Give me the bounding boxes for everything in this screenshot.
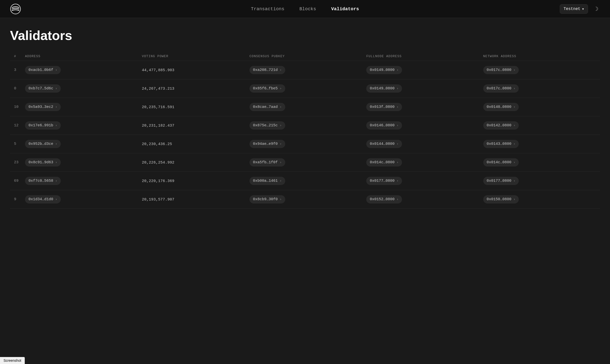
fullnode-address-badge[interactable]: 0x014c…0800 › (366, 158, 402, 167)
cell-consensus-pubkey: 0xb00a…1461 › (250, 172, 366, 190)
fullnode-address-badge[interactable]: 0x0177…0800 › (366, 177, 402, 185)
logo[interactable] (10, 3, 21, 14)
cell-network-address: 0x0150…0800 › (483, 190, 600, 209)
table-row: 23 0x8c91…9d63 › 20,226,254.992 0xa5fb…1… (10, 153, 600, 172)
cell-address: 0x17e6…991b › (25, 116, 142, 135)
cell-fullnode-address: 0x013f…0800 › (366, 98, 483, 116)
voting-power-value: 44,477,885.903 (142, 68, 174, 72)
network-selector[interactable]: Testnet ▾ (560, 4, 588, 14)
chevron-right-icon: › (396, 179, 398, 183)
cell-index: 23 (10, 153, 25, 172)
consensus-pubkey-text: 0x85f6…fbe5 (253, 86, 278, 91)
address-badge[interactable]: 0xacb1…0b6f › (25, 66, 61, 74)
consensus-pubkey-badge[interactable]: 0x8cae…7aad › (250, 103, 285, 111)
network-address-text: 0x0177…0800 (487, 179, 512, 183)
theme-toggle-button[interactable]: ☽ (592, 4, 600, 14)
address-text: 0xf7c0…5658 (28, 179, 53, 183)
consensus-pubkey-text: 0x875e…215c (253, 123, 278, 128)
address-text: 0xb7c7…5d6c (28, 86, 53, 91)
fullnode-address-badge[interactable]: 0x0144…0800 › (366, 140, 402, 148)
cell-consensus-pubkey: 0x8cb9…30f0 › (250, 190, 366, 209)
address-badge[interactable]: 0x952b…d3ce › (25, 140, 61, 148)
chevron-right-icon: › (514, 161, 516, 164)
chevron-right-icon: › (514, 179, 516, 183)
consensus-pubkey-text: 0xa5fb…1f0f (253, 160, 278, 165)
consensus-pubkey-text: 0x8cae…7aad (253, 105, 278, 109)
chevron-right-icon: › (55, 142, 57, 146)
cell-fullnode-address: 0x0152…0800 › (366, 190, 483, 209)
fullnode-address-text: 0x0152…0800 (370, 197, 394, 201)
voting-power-value: 24,267,473.213 (142, 87, 174, 91)
cell-fullnode-address: 0x0149…0800 › (366, 61, 483, 79)
network-address-badge[interactable]: 0x017c…0800 › (483, 84, 519, 93)
chevron-right-icon: › (396, 105, 398, 109)
address-badge[interactable]: 0xf7c0…5658 › (25, 177, 61, 185)
nav-transactions[interactable]: Transactions (251, 6, 284, 11)
network-address-badge[interactable]: 0x014c…0800 › (483, 158, 519, 167)
chevron-right-icon: › (55, 68, 57, 72)
cell-network-address: 0x014c…0800 › (483, 153, 600, 172)
consensus-pubkey-badge[interactable]: 0xa5fb…1f0f › (250, 158, 285, 167)
col-header-voting-power: VOTING POWER (142, 52, 249, 61)
consensus-pubkey-badge[interactable]: 0x85f6…fbe5 › (250, 84, 285, 93)
cell-consensus-pubkey: 0x85f6…fbe5 › (250, 79, 366, 98)
col-header-network-address: NETWORK ADDRESS (483, 52, 600, 61)
fullnode-address-text: 0x0149…0800 (370, 86, 394, 91)
consensus-pubkey-badge[interactable]: 0x8cb9…30f0 › (250, 195, 285, 203)
network-address-badge[interactable]: 0x0142…0800 › (483, 121, 519, 130)
chevron-right-icon: › (514, 105, 516, 109)
cell-address: 0x952b…d3ce › (25, 135, 142, 153)
consensus-pubkey-badge[interactable]: 0x875e…215c › (250, 121, 285, 130)
address-badge[interactable]: 0x1d34…d1d0 › (25, 195, 61, 203)
fullnode-address-badge[interactable]: 0x0146…0800 › (366, 121, 402, 130)
network-address-text: 0x0143…0800 (487, 142, 512, 146)
chevron-right-icon: › (514, 68, 516, 72)
address-text: 0x952b…d3ce (28, 142, 53, 146)
chevron-right-icon: › (280, 87, 282, 90)
fullnode-address-text: 0x0146…0800 (370, 123, 394, 128)
cell-fullnode-address: 0x0144…0800 › (366, 135, 483, 153)
chevron-right-icon: › (280, 179, 282, 183)
fullnode-address-badge[interactable]: 0x0152…0800 › (366, 195, 402, 203)
table-row: 9 0x1d34…d1d0 › 20,193,577.907 0x8cb9…30… (10, 190, 600, 209)
network-address-badge[interactable]: 0x0140…0800 › (483, 103, 519, 111)
address-badge[interactable]: 0x17e6…991b › (25, 121, 61, 130)
cell-address: 0xacb1…0b6f › (25, 61, 142, 79)
cell-consensus-pubkey: 0x8cae…7aad › (250, 98, 366, 116)
address-badge[interactable]: 0xb7c7…5d6c › (25, 84, 61, 93)
consensus-pubkey-badge[interactable]: 0x94ae…e9f0 › (250, 140, 285, 148)
cell-consensus-pubkey: 0x875e…215c › (250, 116, 366, 135)
fullnode-address-text: 0x014c…0800 (370, 160, 394, 165)
network-address-badge[interactable]: 0x0150…0800 › (483, 195, 519, 203)
nav-links: Transactions Blocks Validators (251, 6, 359, 11)
cell-consensus-pubkey: 0x94ae…e9f0 › (250, 135, 366, 153)
screenshot-label: Screenshot (0, 357, 25, 364)
fullnode-address-badge[interactable]: 0x0149…0800 › (366, 66, 402, 74)
table-row: 12 0x17e6…991b › 20,231,182.437 0x875e…2… (10, 116, 600, 135)
network-address-badge[interactable]: 0x017c…0800 › (483, 66, 519, 74)
address-badge[interactable]: 0x5a93…3ec2 › (25, 103, 61, 111)
chevron-right-icon: › (396, 142, 398, 146)
nav-blocks[interactable]: Blocks (300, 6, 316, 11)
cell-network-address: 0x017c…0800 › (483, 61, 600, 79)
consensus-pubkey-badge[interactable]: 0xb00a…1461 › (250, 177, 285, 185)
chevron-right-icon: › (280, 161, 282, 164)
chevron-right-icon: › (280, 197, 282, 201)
nav-validators[interactable]: Validators (331, 6, 359, 11)
network-address-badge[interactable]: 0x0177…0800 › (483, 177, 519, 185)
network-address-badge[interactable]: 0x0143…0800 › (483, 140, 519, 148)
chevron-right-icon: › (280, 105, 282, 109)
chevron-right-icon: › (55, 161, 57, 164)
cell-index: 9 (10, 190, 25, 209)
cell-voting-power: 20,220,176.369 (142, 172, 249, 190)
consensus-pubkey-badge[interactable]: 0xa208…721d › (250, 66, 285, 74)
cell-address: 0x1d34…d1d0 › (25, 190, 142, 209)
fullnode-address-text: 0x0177…0800 (370, 179, 394, 183)
fullnode-address-badge[interactable]: 0x013f…0800 › (366, 103, 402, 111)
col-header-consensus-pubkey: CONSENSUS PUBKEY (250, 52, 366, 61)
cell-index: 69 (10, 172, 25, 190)
nav-right: Testnet ▾ ☽ (560, 4, 600, 14)
cell-address: 0xb7c7…5d6c › (25, 79, 142, 98)
address-badge[interactable]: 0x8c91…9d63 › (25, 158, 61, 167)
fullnode-address-badge[interactable]: 0x0149…0800 › (366, 84, 402, 93)
